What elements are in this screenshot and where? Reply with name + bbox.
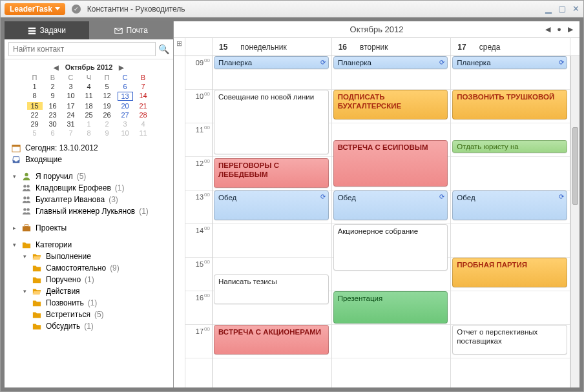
minical-grid[interactable]: ПВСЧПСВ123456789101112131415161718192021… <box>15 74 163 137</box>
assigned-person[interactable]: Кладовщик Ерофеев (1) <box>5 182 173 194</box>
categories-group[interactable]: ▾ Категории <box>5 239 173 251</box>
calendar-event[interactable]: Обед⟳ <box>333 191 448 220</box>
expand-all-icon[interactable]: ⊞ <box>174 38 185 56</box>
inbox-row[interactable]: Входящие <box>5 154 173 165</box>
tab-mail[interactable]: Почта <box>89 21 174 39</box>
day-column[interactable]: Планерка⟳ПОЗВОНИТЬ ТРУШКОВОЙОтдать юрист… <box>451 56 570 387</box>
calendar-event[interactable]: Презентация <box>333 291 448 324</box>
day-header[interactable]: 17 среда <box>451 38 570 56</box>
minical-day[interactable]: 29 <box>27 120 43 128</box>
app-menu-button[interactable]: LeaderTask <box>5 3 65 15</box>
minical-day[interactable]: 25 <box>81 111 97 119</box>
day-column[interactable]: Планерка⟳ПОДПИСАТЬ БУХГАЛТЕРСКИЕВСТРЕЧА … <box>332 56 452 387</box>
minical-day[interactable]: 10 <box>63 92 79 101</box>
day-header[interactable]: 16 вторник <box>332 38 452 56</box>
sync-icon: ⟳ <box>320 59 326 67</box>
maximize-button[interactable]: ▢ <box>558 4 566 14</box>
calendar-event[interactable]: Написать тезисы <box>214 274 329 304</box>
minical-day[interactable]: 20 <box>118 102 133 110</box>
minical-prev[interactable]: ◀ <box>54 64 59 71</box>
calendar-event[interactable]: ПОДПИСАТЬ БУХГАЛТЕРСКИЕ <box>333 90 448 119</box>
minical-day[interactable]: 16 <box>45 102 61 110</box>
minical-day[interactable]: 5 <box>27 129 43 137</box>
calendar-event[interactable]: ПОЗВОНИТЬ ТРУШКОВОЙ <box>452 90 567 119</box>
assigned-person[interactable]: Бухгалтер Иванова (3) <box>5 194 173 205</box>
minical-day[interactable]: 3 <box>63 83 79 90</box>
search-icon[interactable]: 🔍 <box>158 44 169 54</box>
minical-day[interactable]: 26 <box>99 111 115 119</box>
minical-day[interactable]: 30 <box>45 120 61 128</box>
tab-tasks[interactable]: Задачи <box>5 21 89 39</box>
assigned-person[interactable]: Главный инженер Лукьянов (1) <box>5 205 173 217</box>
minical-day[interactable]: 7 <box>136 83 151 90</box>
minical-day[interactable]: 10 <box>118 129 133 137</box>
calendar-event[interactable]: Планерка⟳ <box>333 56 448 69</box>
minical-day[interactable]: 23 <box>45 111 61 119</box>
minical-day[interactable]: 13 <box>118 92 133 101</box>
search-input[interactable] <box>8 42 156 56</box>
minimize-button[interactable]: ▁ <box>545 4 552 14</box>
briefcase-icon <box>22 223 31 232</box>
minical-day[interactable]: 7 <box>63 129 79 137</box>
calendar-event[interactable]: ВСТРЕЧА С ЕСИПОВЫМ <box>333 140 448 187</box>
cal-next[interactable]: ▶ <box>568 25 573 34</box>
minical-day[interactable]: 3 <box>118 120 133 128</box>
minical-day[interactable]: 5 <box>99 83 115 90</box>
category-item[interactable]: Позвонить (1) <box>5 297 173 309</box>
category-item[interactable]: Поручено (1) <box>5 274 173 285</box>
calendar-event[interactable]: Отчет о перспективных поставщиках <box>452 325 567 355</box>
minical-day[interactable]: 9 <box>45 92 61 101</box>
category-item[interactable]: Встретиться (5) <box>5 309 173 320</box>
minical-day[interactable]: 2 <box>99 120 115 128</box>
minical-next[interactable]: ▶ <box>119 64 124 71</box>
minical-day[interactable]: 24 <box>63 111 79 119</box>
minical-day[interactable]: 31 <box>63 120 79 128</box>
calendar-event[interactable]: ВСТРЕЧА С АКЦИОНЕРАМИ <box>214 325 329 355</box>
category-item[interactable]: Самостоятельно (9) <box>5 262 173 274</box>
minical-day[interactable]: 8 <box>27 92 43 101</box>
calendar-event[interactable]: Отдать юристу на <box>452 140 567 153</box>
category-exec[interactable]: ▾ Выполнение <box>5 251 173 262</box>
calendar-event[interactable]: Обед⟳ <box>214 191 329 220</box>
close-button[interactable]: ✕ <box>572 4 579 14</box>
minical-day[interactable]: 4 <box>81 83 97 90</box>
minical-day[interactable]: 18 <box>81 102 97 110</box>
minical-day[interactable]: 2 <box>45 83 61 90</box>
projects-group[interactable]: ▸ Проекты <box>5 222 173 234</box>
vertical-scrollbar[interactable] <box>570 56 579 387</box>
minical-day[interactable]: 6 <box>45 129 61 137</box>
minical-day[interactable]: 6 <box>118 83 133 90</box>
assigned-group[interactable]: ▾ Я поручил (5) <box>5 170 173 182</box>
calendar-event[interactable]: Совещание по новой линии <box>214 90 329 154</box>
minical-day[interactable]: 4 <box>136 120 151 128</box>
minical-day[interactable]: 11 <box>136 129 151 137</box>
calendar-event[interactable]: Планерка⟳ <box>214 56 329 69</box>
calendar-event[interactable]: Планерка⟳ <box>452 56 567 69</box>
calendar-event[interactable]: ПРОБНАЯ ПАРТИЯ <box>452 258 567 287</box>
calendar-event[interactable]: Обед⟳ <box>452 191 567 220</box>
today-row[interactable]: Сегодня: 13.10.2012 <box>5 142 173 154</box>
minical-day[interactable]: 22 <box>27 111 43 119</box>
minical-day[interactable]: 27 <box>118 111 133 119</box>
day-header[interactable]: 15 понедельник <box>213 38 332 56</box>
minical-day[interactable]: 28 <box>136 111 151 119</box>
minical-day[interactable]: 15 <box>27 102 43 110</box>
category-actions[interactable]: ▾ Действия <box>5 285 173 297</box>
cal-today-dot[interactable]: ● <box>557 25 561 34</box>
minical-day[interactable]: 9 <box>99 129 115 137</box>
minical-day[interactable]: 19 <box>99 102 115 110</box>
minical-day[interactable]: 1 <box>81 120 97 128</box>
calendar-event[interactable]: Акционерное собрание <box>333 224 448 271</box>
minical-day[interactable]: 14 <box>136 92 151 101</box>
cal-prev[interactable]: ◀ <box>545 25 550 34</box>
category-item[interactable]: Обсудить (1) <box>5 320 173 332</box>
minical-day[interactable]: 1 <box>27 83 43 90</box>
minical-day[interactable]: 17 <box>63 102 79 110</box>
minical-day[interactable]: 11 <box>81 92 97 101</box>
minical-day[interactable]: 21 <box>136 102 151 110</box>
day-column[interactable]: Планерка⟳Совещание по новой линииПЕРЕГОВ… <box>213 56 332 387</box>
minical-day[interactable]: 12 <box>99 92 115 101</box>
scrollbar-thumb[interactable] <box>572 127 578 205</box>
calendar-event[interactable]: ПЕРЕГОВОРЫ С ЛЕБЕДЕВЫМ <box>214 158 329 188</box>
minical-day[interactable]: 8 <box>81 129 97 137</box>
